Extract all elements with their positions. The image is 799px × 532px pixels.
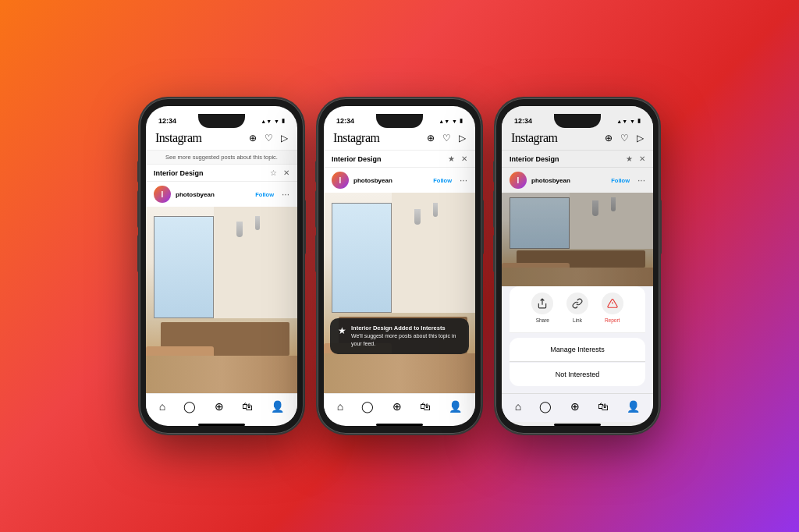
more-options-1[interactable]: ···: [282, 189, 289, 200]
topic-icons-1: ☆ ✕: [270, 168, 289, 177]
follow-button-2[interactable]: Follow: [433, 177, 452, 184]
home-icon-3[interactable]: ⌂: [515, 400, 521, 413]
not-interested-button[interactable]: Not Interested: [510, 363, 645, 386]
heart-icon-2[interactable]: ♡: [442, 133, 451, 144]
room-scene-2: [324, 193, 475, 393]
search-icon-2[interactable]: ◯: [361, 400, 374, 413]
status-icons-1: ▲▼ ▼ ▮: [261, 118, 285, 124]
toast-title: Interior Design Added to Interests: [351, 325, 461, 333]
close-icon-2[interactable]: ✕: [461, 154, 467, 163]
shop-icon-2[interactable]: 🛍: [420, 400, 431, 413]
search-icon-1[interactable]: ◯: [183, 400, 196, 413]
post-image-2: ★ Interior Design Added to Interests We'…: [324, 193, 475, 393]
report-action-item[interactable]: Report: [602, 293, 623, 323]
shop-icon-3[interactable]: 🛍: [598, 400, 609, 413]
profile-icon-2[interactable]: 👤: [449, 400, 462, 413]
bottom-nav-2: ⌂ ◯ ⊕ 🛍 👤: [324, 393, 475, 422]
toast-star-icon: ★: [338, 325, 346, 336]
follow-button-3[interactable]: Follow: [611, 177, 630, 184]
instagram-screen-2: 12:34 ▲▼ ▼ ▮ Instagram ⊕ ♡ ▷ Interior De…: [324, 106, 475, 426]
topic-name-1: Interior Design: [154, 169, 204, 177]
user-row-1: I photosbyean Follow ···: [146, 182, 297, 207]
status-time-1: 12:34: [158, 117, 176, 125]
add-icon-3[interactable]: ⊕: [605, 133, 613, 144]
profile-icon-3[interactable]: 👤: [627, 400, 640, 413]
signal-icon-2: ▲▼: [439, 119, 449, 124]
power-button-3: [659, 200, 662, 254]
post-image-1: [146, 207, 297, 393]
add-post-icon-2[interactable]: ⊕: [392, 400, 402, 413]
home-indicator-2: [376, 424, 423, 426]
heart-icon-3[interactable]: ♡: [620, 133, 629, 144]
manage-interests-button[interactable]: Manage Interests: [510, 338, 645, 362]
avatar-2: I: [332, 172, 349, 189]
bottom-nav-3: ⌂ ◯ ⊕ 🛍 👤: [502, 393, 653, 422]
room-window-2: [332, 203, 392, 313]
add-icon-2[interactable]: ⊕: [427, 133, 435, 144]
volume-down-button-3: [493, 235, 495, 272]
action-sheet-icons-row: Share Link: [510, 286, 645, 333]
phone-3: 12:34 ▲▼ ▼ ▮ Instagram ⊕ ♡ ▷ Interior De…: [495, 98, 659, 434]
toast-text: Interior Design Added to Interests We'll…: [351, 325, 461, 348]
room-pendant-3: [414, 209, 421, 225]
room-pendant-2: [255, 216, 260, 230]
room-scene-1: [146, 207, 297, 393]
volume-up-button-2: [315, 190, 318, 228]
share-action-item[interactable]: Share: [531, 293, 553, 323]
heart-icon[interactable]: ♡: [265, 133, 273, 144]
notch-1: [198, 114, 245, 128]
more-options-3[interactable]: ···: [637, 175, 645, 186]
link-icon: [566, 293, 588, 314]
topic-row-2: Interior Design ★ ✕: [324, 151, 475, 168]
wifi-icon-2: ▼: [452, 119, 457, 124]
phone-screen-1: 12:34 ▲▼ ▼ ▮ Instagram ⊕ ♡ ▷ See more su…: [146, 106, 297, 426]
more-options-2[interactable]: ···: [460, 175, 467, 186]
link-action-item[interactable]: Link: [566, 293, 588, 323]
star-icon-1[interactable]: ☆: [270, 168, 277, 177]
share-label: Share: [536, 317, 549, 323]
topic-name-3: Interior Design: [510, 155, 559, 163]
close-icon-1[interactable]: ✕: [283, 168, 289, 177]
status-icons-3: ▲▼ ▼ ▮: [616, 118, 641, 124]
follow-button-1[interactable]: Follow: [255, 191, 274, 198]
close-icon-3[interactable]: ✕: [639, 154, 645, 163]
add-post-icon-1[interactable]: ⊕: [215, 400, 224, 413]
topic-icons-2: ★ ✕: [448, 154, 467, 163]
status-time-2: 12:34: [336, 117, 354, 125]
add-post-icon-3[interactable]: ⊕: [570, 400, 580, 413]
power-button-2: [481, 200, 484, 254]
topic-row-3: Interior Design ★ ✕: [502, 151, 653, 168]
ig-header-3: Instagram ⊕ ♡ ▷: [502, 128, 653, 151]
room-floor: [146, 356, 297, 393]
notch-2: [376, 114, 423, 128]
star-filled-icon-3[interactable]: ★: [626, 154, 633, 163]
ig-logo-2: Instagram: [333, 131, 379, 145]
search-icon-3[interactable]: ◯: [539, 400, 552, 413]
instagram-screen-3: 12:34 ▲▼ ▼ ▮ Instagram ⊕ ♡ ▷ Interior De…: [502, 106, 653, 426]
avatar-3: I: [510, 172, 527, 189]
add-icon[interactable]: ⊕: [249, 133, 257, 144]
shop-icon-1[interactable]: 🛍: [242, 400, 253, 413]
room-window: [154, 216, 215, 318]
ig-header-icons-3: ⊕ ♡ ▷: [605, 133, 644, 144]
username-3: photosbyean: [531, 177, 603, 184]
signal-icon: ▲▼: [261, 119, 272, 124]
send-icon[interactable]: ▷: [281, 133, 288, 144]
battery-icon-2: ▮: [460, 118, 463, 124]
send-icon-3[interactable]: ▷: [637, 133, 644, 144]
mute-button-2: [315, 161, 318, 183]
home-icon-1[interactable]: ⌂: [159, 400, 165, 413]
suggestion-banner: See more suggested posts about this topi…: [146, 151, 297, 165]
home-icon-2[interactable]: ⌂: [337, 400, 343, 413]
dark-overlay: [502, 193, 653, 286]
profile-icon-1[interactable]: 👤: [271, 400, 284, 413]
action-sheet-area: Share Link: [502, 286, 653, 393]
send-icon-2[interactable]: ▷: [459, 133, 466, 144]
topic-row-1: Interior Design ☆ ✕: [146, 165, 297, 182]
toast-body: We'll suggest more posts about this topi…: [351, 332, 461, 348]
ig-logo-3: Instagram: [511, 131, 557, 145]
battery-icon: ▮: [282, 118, 285, 124]
instagram-screen-1: 12:34 ▲▼ ▼ ▮ Instagram ⊕ ♡ ▷ See more su…: [146, 106, 297, 426]
user-row-3: I photosbyean Follow ···: [502, 168, 653, 193]
star-filled-icon[interactable]: ★: [448, 154, 455, 163]
